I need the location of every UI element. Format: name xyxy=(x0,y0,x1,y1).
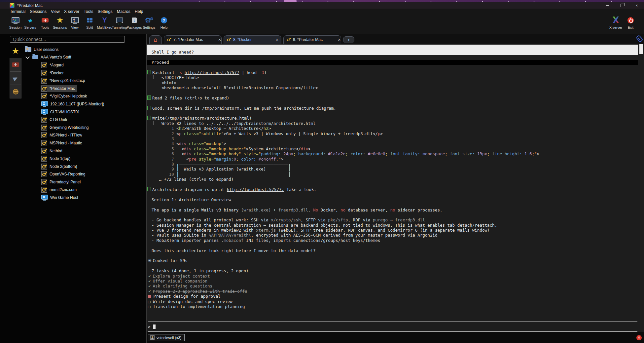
terminal-line: Good, screen dir is /tmp/brainstorm. Let… xyxy=(147,106,638,111)
toolbar-button-tunneling[interactable]: ↔Tunneling xyxy=(112,14,127,29)
menu-item-x-server[interactable]: X server xyxy=(64,9,80,14)
tree-item-192-168-1-107-ups-monitor-[interactable]: 192.168.1.107 ([UPS-Monitor]) xyxy=(23,100,146,108)
terminal-screen[interactable]: Shall I go ahead?ProceedBash(curl -s htt… xyxy=(147,44,644,332)
menu-item-settings[interactable]: Settings xyxy=(98,9,113,14)
tree-item-mspnerd-mautic[interactable]: MSPNerd - Mautic xyxy=(23,139,146,147)
menu-item-terminal[interactable]: Terminal xyxy=(10,9,25,14)
terminal-line xyxy=(147,91,638,95)
notification-close-button[interactable]: ✕ xyxy=(636,335,642,340)
key-icon xyxy=(41,156,47,162)
tree-item-node-1-top-[interactable]: Node 1(top) xyxy=(23,155,146,163)
new-tab-button[interactable]: + xyxy=(343,36,354,43)
tree-item-label: Netbird xyxy=(50,149,62,153)
rail-button-tools[interactable] xyxy=(10,58,21,71)
terminal-line: Does this architecture look right before… xyxy=(147,248,638,253)
monitor-icon xyxy=(41,101,48,106)
key-icon xyxy=(41,70,47,76)
toolbar-label: Tools xyxy=(41,25,49,29)
tree-item--asgard[interactable]: *Asgard xyxy=(23,61,146,69)
key-icon xyxy=(41,171,47,177)
tab-9-predator-mac[interactable]: 9. *Predator Mac× xyxy=(283,35,341,44)
tree-item-label: CTG Unifi xyxy=(50,117,67,122)
tree-item--predator-mac[interactable]: *Predator Mac xyxy=(23,85,146,93)
toolbar-button-sessions[interactable]: ★Sessions xyxy=(53,14,67,29)
menu-item-macros[interactable]: Macros xyxy=(117,9,130,14)
rail-button-favorites[interactable]: ★ xyxy=(10,44,21,58)
terminal-line: □ Write design doc and spec review xyxy=(147,299,638,304)
tree-item-user-sessions[interactable]: User sessions xyxy=(23,46,146,54)
terminal-line: Architecture diagram is up at http://loc… xyxy=(147,187,638,192)
tab-8-docker[interactable]: 8. *Docker× xyxy=(224,35,281,44)
tab-7-predator-mac[interactable]: 7. *Predator Mac× xyxy=(164,35,222,44)
tree-item--docker[interactable]: *Docker xyxy=(23,69,146,77)
maximize-button[interactable] xyxy=(615,2,629,9)
tab-close-icon[interactable]: × xyxy=(276,37,278,42)
tree-item-ctg-unifi[interactable]: CTG Unifi xyxy=(23,116,146,124)
tab-close-icon[interactable]: × xyxy=(218,37,221,42)
key-icon xyxy=(41,148,47,154)
terminal-line: 8 ┌─────────────────────────────────────… xyxy=(147,162,638,167)
chevron-down-icon[interactable] xyxy=(25,55,30,59)
toolbar-button-packages[interactable]: ↓Packages xyxy=(127,14,142,29)
tree-item-pterodactyl-panel[interactable]: Pterodactyl Panel xyxy=(23,178,146,186)
terminal-line xyxy=(147,111,638,116)
tree-item-netbird[interactable]: Netbird xyxy=(23,147,146,155)
scrollbar-thumb[interactable] xyxy=(639,44,643,54)
tab-home[interactable]: ⌂ xyxy=(149,35,162,44)
close-button[interactable]: × xyxy=(629,2,644,9)
terminal-line: 2 <p class="subtitle">Go + Wails v3 | Wi… xyxy=(147,131,638,136)
terminal-line xyxy=(147,309,638,314)
tree-item--new-cp01-heistacp[interactable]: *New-cp01-heistacp xyxy=(23,77,146,85)
tree-item--vigilcyber-helpdesk[interactable]: *VigilCyber-Helpdesk xyxy=(23,93,146,100)
key-icon xyxy=(41,132,47,138)
minimize-icon xyxy=(606,5,609,6)
tree-item-label: User sessions xyxy=(34,47,58,52)
tree-item-aaa-vantz-s-stuff[interactable]: AAA Vantz's Stuff xyxy=(23,54,146,61)
terminal-line xyxy=(147,212,638,217)
rail-button-remote[interactable] xyxy=(10,85,21,98)
toolbar-button-settings[interactable]: ⚙⚙Settings xyxy=(142,14,157,29)
rail-button-sftp[interactable]: ▶ xyxy=(10,71,21,85)
tree-item-win-game-host[interactable]: Win Game Host xyxy=(23,194,146,202)
toolbar-button-x-server[interactable]: XX server xyxy=(608,14,623,29)
tab-close-icon[interactable]: × xyxy=(338,37,340,42)
toolbar-left-group: Session*ServersTools★SessionsViewSplitYM… xyxy=(8,14,171,29)
tree-item-label: Node 2(bottom) xyxy=(50,164,77,169)
menu-item-view[interactable]: View xyxy=(51,9,60,14)
toolbar-button-exit[interactable]: Exit xyxy=(623,14,638,29)
toolbar-button-servers[interactable]: *Servers xyxy=(23,14,38,29)
tree-item-label: *Asgard xyxy=(50,63,64,67)
toolbar-label: Split xyxy=(86,25,93,29)
terminal-line xyxy=(147,243,638,248)
toolbar-button-split[interactable]: Split xyxy=(82,14,97,29)
user-session-button[interactable]: vstockwell (x3) xyxy=(148,334,185,341)
toolbar-button-view[interactable]: View xyxy=(67,14,82,29)
quick-connect-input[interactable] xyxy=(10,36,125,43)
terminal-line: > xyxy=(147,324,638,329)
folder-icon xyxy=(32,55,38,59)
tree-item-rmm-t2cnc-com[interactable]: rmm.t2cnc.com xyxy=(23,186,146,194)
menu-item-sessions[interactable]: Sessions xyxy=(30,9,47,14)
in-progress-marker xyxy=(148,295,151,298)
terminal-line xyxy=(147,263,638,268)
tree-item-greyming-webhosting[interactable]: Greyming Webhosting xyxy=(23,124,146,132)
menu-item-tools[interactable]: Tools xyxy=(84,9,93,14)
tree-item-clt-vmhost01[interactable]: CLT-VMHOST01 xyxy=(23,108,146,116)
toolbar-label: Tunneling xyxy=(112,25,127,29)
toolbar-button-tools[interactable]: Tools xyxy=(38,14,53,29)
toolbar-button-session[interactable]: Session xyxy=(8,14,23,29)
tree-item-mspnerd-itflow[interactable]: MSPNerd - ITFlow xyxy=(23,132,146,139)
toolbar-button-help[interactable]: ?Help xyxy=(157,14,171,29)
tools-icon xyxy=(42,18,49,22)
session-icon xyxy=(12,17,19,23)
toolbar-button-multiexec[interactable]: YMultiExec xyxy=(97,14,112,29)
tree-item-node-2-bottom-[interactable]: Node 2(bottom) xyxy=(23,163,146,171)
key-icon xyxy=(41,187,47,193)
terminal-line xyxy=(147,45,638,50)
terminal-line: 7 tasks (4 done, 1 in progress, 2 open) xyxy=(147,268,638,273)
multiexec-icon: Y xyxy=(102,16,107,24)
minimize-button[interactable] xyxy=(600,2,615,9)
missing-glyph-box xyxy=(151,75,154,79)
menu-item-help[interactable]: Help xyxy=(135,9,143,14)
tree-item-openvas-reporting[interactable]: OpenVAS-Reporting xyxy=(23,171,146,178)
